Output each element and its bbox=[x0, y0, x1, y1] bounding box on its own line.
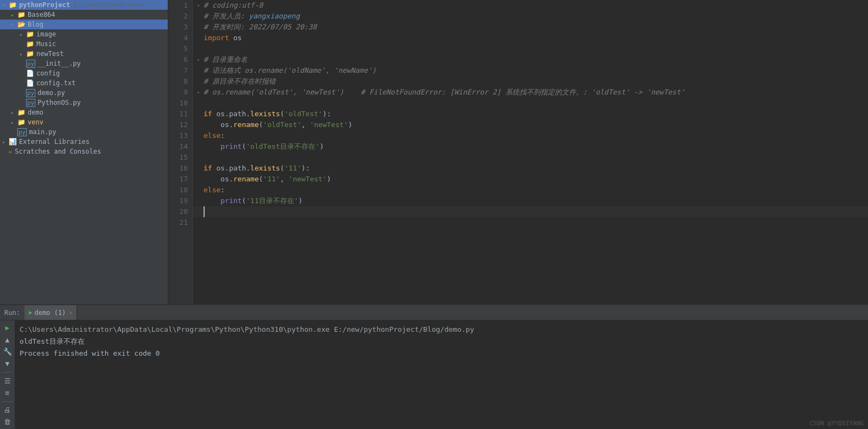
code-content-8: # 原目录不存在时报错 bbox=[204, 76, 276, 87]
main-container: ▾📁pythonProject E:/new/pythonProject▸📁Ba… bbox=[0, 0, 868, 304]
code-line-14[interactable]: print('oldTest目录不存在') bbox=[193, 141, 868, 152]
run-tab-icon: ▶ bbox=[29, 309, 33, 316]
tree-item-ext_libs[interactable]: ▸📊External Libraries bbox=[0, 137, 168, 147]
code-line-13[interactable]: else: bbox=[193, 130, 868, 141]
code-line-10[interactable] bbox=[193, 98, 868, 109]
code-line-1[interactable]: ▸# coding:utf-8 bbox=[193, 0, 868, 11]
code-content-12: os.rename('oldTest', 'newTest') bbox=[204, 119, 352, 130]
line-number-16: 16 bbox=[173, 163, 188, 174]
code-line-2[interactable]: # 开发人员: yangxiaopeng bbox=[193, 11, 868, 22]
tree-item-image[interactable]: ▸📁image bbox=[0, 29, 168, 39]
run-panel: Run: ▶ demo (1) ✕ ▶▲🔧▼☰≡🖨🗑 C:\Users\Admi… bbox=[0, 304, 868, 429]
tree-item-demo_py[interactable]: pydemo.py bbox=[0, 88, 168, 98]
fold-arrow-9[interactable]: ▸ bbox=[197, 87, 202, 98]
tree-item-demo[interactable]: ▸📁demo bbox=[0, 108, 168, 117]
code-line-3[interactable]: # 开发时间: 2022/07/05 20:38 bbox=[193, 22, 868, 33]
run-toolbar-btn-list2[interactable]: ≡ bbox=[2, 388, 13, 398]
code-content-9: # os.rename('oldTest', 'newTest') # File… bbox=[204, 87, 685, 98]
code-content-1: # coding:utf-8 bbox=[204, 0, 263, 11]
line-number-14: 14 bbox=[173, 141, 188, 152]
code-content-7: # 语法格式 os.rename('oldName', 'newName') bbox=[204, 65, 376, 76]
code-line-12[interactable]: os.rename('oldTest', 'newTest') bbox=[193, 119, 868, 130]
tree-item-config[interactable]: 📄config bbox=[0, 68, 168, 78]
run-toolbar-btn-up[interactable]: ▲ bbox=[2, 335, 13, 344]
tree-item-Base864[interactable]: ▸📁Base864 bbox=[0, 10, 168, 20]
code-content-18: else: bbox=[204, 185, 225, 195]
tree-item-Music[interactable]: 📁Music bbox=[0, 39, 168, 49]
file-icon-config: 📄 bbox=[26, 70, 34, 77]
folder-icon-Base864: 📁 bbox=[17, 11, 26, 18]
tree-label-Base864: Base864 bbox=[28, 11, 55, 18]
py-file-icon-demo_py: py bbox=[26, 89, 35, 97]
line-number-12: 12 bbox=[173, 119, 188, 130]
tree-label-PythonOS: PythonOS.py bbox=[37, 99, 80, 106]
run-toolbar-btn-play[interactable]: ▶ bbox=[2, 323, 13, 332]
line-number-4: 4 bbox=[173, 33, 188, 43]
tree-item-main_py[interactable]: pymain.py bbox=[0, 127, 168, 137]
tree-item-Blog[interactable]: ▾📂Blog bbox=[0, 20, 168, 29]
file-tree: ▾📁pythonProject E:/new/pythonProject▸📁Ba… bbox=[0, 0, 168, 156]
line-number-2: 2 bbox=[173, 11, 188, 22]
code-line-9[interactable]: ▸# os.rename('oldTest', 'newTest') # Fil… bbox=[193, 87, 868, 98]
code-line-18[interactable]: else: bbox=[193, 185, 868, 195]
tree-label-venv: venv bbox=[28, 118, 43, 126]
run-output-line: Process finished with exit code 0 bbox=[20, 348, 864, 359]
line-number-11: 11 bbox=[173, 109, 188, 119]
root-folder-icon: 📁 bbox=[9, 1, 17, 9]
tree-label-__init__: __init__.py bbox=[37, 60, 80, 67]
code-content-13: else: bbox=[204, 130, 225, 141]
tree-label-scratches: Scratches and Consoles bbox=[15, 148, 101, 155]
py-file-icon-PythonOS: py bbox=[26, 99, 35, 106]
code-line-8[interactable]: # 原目录不存在时报错 bbox=[193, 76, 868, 87]
tree-label-image: image bbox=[36, 30, 56, 38]
run-body: ▶▲🔧▼☰≡🖨🗑 C:\Users\Administrator\AppData\… bbox=[0, 320, 868, 429]
run-label: Run: bbox=[0, 309, 24, 317]
run-toolbar-btn-trash[interactable]: 🗑 bbox=[2, 417, 13, 427]
tree-item-PythonOS[interactable]: pyPythonOS.py bbox=[0, 98, 168, 108]
code-line-15[interactable] bbox=[193, 152, 868, 163]
tree-item-venv[interactable]: ▸📁venv bbox=[0, 117, 168, 127]
code-lines[interactable]: ▸# coding:utf-8# 开发人员: yangxiaopeng# 开发时… bbox=[193, 0, 868, 304]
code-line-4[interactable]: import os bbox=[193, 33, 868, 43]
tree-item-scratches[interactable]: ✏Scratches and Consoles bbox=[0, 147, 168, 156]
run-tab[interactable]: ▶ demo (1) ✕ bbox=[24, 305, 77, 320]
code-line-21[interactable] bbox=[193, 217, 868, 228]
line-number-21: 21 bbox=[173, 217, 188, 228]
fold-arrow-1[interactable]: ▸ bbox=[197, 0, 202, 11]
tree-label-Blog: Blog bbox=[28, 21, 43, 28]
code-line-7[interactable]: # 语法格式 os.rename('oldName', 'newName') bbox=[193, 65, 868, 76]
py-file-icon-main_py: py bbox=[17, 128, 27, 136]
code-line-20[interactable] bbox=[193, 206, 868, 217]
code-line-19[interactable]: print('11目录不存在') bbox=[193, 195, 868, 206]
tree-item-pythonProject[interactable]: ▾📁pythonProject E:/new/pythonProject bbox=[0, 0, 168, 10]
code-content-17: os.rename('11', 'newTest') bbox=[204, 174, 331, 185]
run-toolbar-btn-down[interactable]: ▼ bbox=[2, 359, 13, 369]
code-content-2: # 开发人员: yangxiaopeng bbox=[204, 11, 300, 22]
run-toolbar: ▶▲🔧▼☰≡🖨🗑 bbox=[0, 320, 15, 429]
run-tab-bar: Run: ▶ demo (1) ✕ bbox=[0, 305, 868, 320]
tree-label-newTest: newTest bbox=[36, 50, 64, 58]
run-toolbar-btn-print[interactable]: 🖨 bbox=[2, 405, 13, 414]
scratch-icon: ✏ bbox=[9, 148, 12, 155]
run-toolbar-btn-wrench[interactable]: 🔧 bbox=[2, 347, 13, 357]
code-line-17[interactable]: os.rename('11', 'newTest') bbox=[193, 174, 868, 185]
line-number-20: 20 bbox=[173, 206, 188, 217]
line-number-3: 3 bbox=[173, 22, 188, 33]
code-line-11[interactable]: if os.path.lexists('oldTest'): bbox=[193, 109, 868, 119]
code-line-5[interactable] bbox=[193, 43, 868, 54]
run-tab-close[interactable]: ✕ bbox=[69, 310, 72, 316]
tree-label-demo_py: demo.py bbox=[37, 89, 65, 97]
tree-item-config_txt[interactable]: 📄config.txt bbox=[0, 78, 168, 88]
line-number-13: 13 bbox=[173, 130, 188, 141]
tree-item-newTest[interactable]: ▸📁newTest bbox=[0, 49, 168, 59]
line-number-17: 17 bbox=[173, 174, 188, 185]
code-line-6[interactable]: ▸# 目录重命名 bbox=[193, 54, 868, 65]
code-content-11: if os.path.lexists('oldTest'): bbox=[204, 109, 331, 119]
fold-arrow-6[interactable]: ▸ bbox=[197, 54, 202, 65]
tree-label-Music: Music bbox=[36, 40, 56, 48]
code-line-16[interactable]: if os.path.lexists('11'): bbox=[193, 163, 868, 174]
file-icon-config_txt: 📄 bbox=[26, 79, 34, 87]
folder-icon-venv: 📁 bbox=[17, 118, 26, 126]
run-toolbar-btn-list1[interactable]: ☰ bbox=[2, 376, 13, 386]
tree-item-__init__[interactable]: py__init__.py bbox=[0, 59, 168, 68]
